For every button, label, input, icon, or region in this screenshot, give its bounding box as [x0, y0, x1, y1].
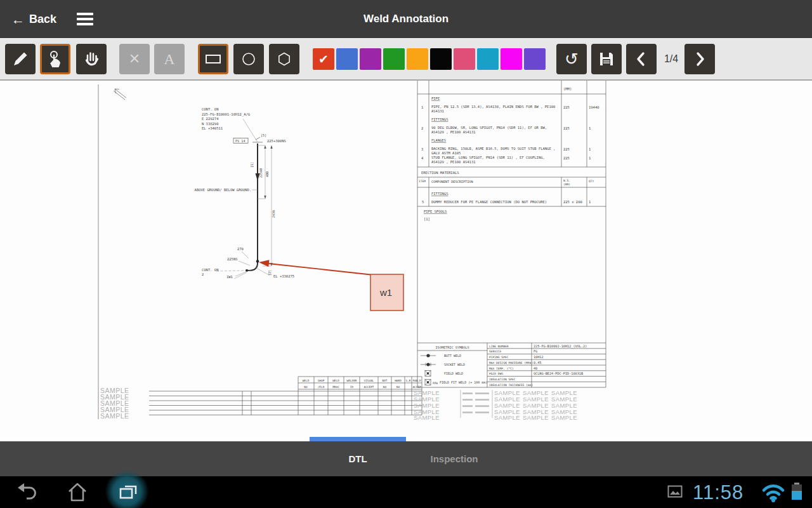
color-swatch-green[interactable]: [383, 48, 405, 70]
svg-text:1: 1: [589, 126, 591, 130]
svg-text:BACKING RING, 150LB, ASME B16.: BACKING RING, 150LB, ASME B16.5, DOMS TO…: [431, 147, 555, 150]
nav-back-icon: [14, 481, 39, 504]
delete-tool-button[interactable]: ✕: [119, 44, 150, 74]
svg-text:AS4129 , PE100 AS4131: AS4129 , PE100 AS4131: [431, 160, 476, 164]
svg-text:225+300NS: 225+300NS: [267, 139, 286, 143]
prev-page-button[interactable]: [626, 44, 657, 74]
svg-text:LINE NUMBER: LINE NUMBER: [489, 345, 509, 348]
svg-text:10H12: 10H12: [534, 355, 544, 359]
undo-button[interactable]: ↺: [556, 44, 587, 74]
color-swatch-blue[interactable]: [336, 48, 358, 70]
svg-text:225-FG-B10002-10H12_(VOL.2): 225-FG-B10002-10H12_(VOL.2): [534, 344, 587, 349]
svg-text:90 DEG ELBOW, SR, LONG SPIGOT,: 90 DEG ELBOW, SR, LONG SPIGOT, PN14 (SDR…: [431, 126, 547, 130]
svg-text:EL +330275: EL +330275: [273, 274, 294, 278]
draw-tool-button[interactable]: [5, 44, 36, 74]
pipe-top-fitting: FS 14 [5] 225+300NS: [233, 133, 286, 144]
back-arrow-icon: ←: [11, 13, 25, 26]
rectangle-shape-button[interactable]: [198, 44, 228, 74]
svg-text:(MM): (MM): [563, 87, 572, 91]
svg-text:225NS: 225NS: [227, 257, 238, 261]
tab-inspection[interactable]: Inspection: [406, 441, 502, 476]
circle-shape-button[interactable]: [233, 44, 264, 74]
svg-text:ERECTION MATERIALS: ERECTION MATERIALS: [421, 171, 459, 175]
svg-text:1: 1: [421, 105, 423, 109]
svg-text:225-FG-B10001-10H12_A/G: 225-FG-B10001-10H12_A/G: [202, 112, 250, 117]
color-swatch-red-selected[interactable]: ✔: [313, 48, 334, 70]
color-swatch-orange[interactable]: [407, 48, 428, 70]
svg-text:ACCEPT: ACCEPT: [364, 385, 374, 389]
back-label: Back: [29, 13, 56, 26]
select-tool-button[interactable]: [40, 44, 70, 74]
color-swatch-pink[interactable]: [454, 48, 475, 70]
svg-text:225: 225: [563, 156, 570, 160]
svg-text:40: 40: [534, 366, 537, 370]
tab-dtl[interactable]: DTL: [310, 441, 406, 476]
annotation-arrowhead: [259, 260, 270, 267]
next-page-button[interactable]: [684, 44, 715, 74]
wifi-indicator: [761, 483, 787, 505]
annotation-toolbar: ✕ A ✔ ↺: [0, 38, 812, 81]
svg-text:19440: 19440: [589, 105, 599, 109]
svg-text:FIELD FIT WELD (+ 100 mm): FIELD FIT WELD (+ 100 mm): [440, 380, 487, 384]
color-swatch-black[interactable]: [430, 48, 452, 70]
continuation-note-top: CONT. ON 225-FG-B10001-10H12_A/G E 22927…: [202, 107, 258, 142]
chevron-left-icon: [634, 51, 649, 67]
svg-text:1: 1: [589, 156, 591, 160]
ground-note: ABOVE GROUND/ BELOW GROUND.: [195, 188, 251, 192]
svg-text:22560: 22560: [259, 168, 263, 178]
undo-icon: ↺: [565, 51, 579, 67]
sample-watermarks: SAMPLE SAMPLE SAMPLE SAMPLE SAMPLE SAMPL…: [100, 387, 577, 421]
svg-text:EL +340511: EL +340511: [202, 126, 223, 130]
svg-text:225: 225: [563, 126, 570, 130]
nav-recents-button[interactable]: [115, 481, 141, 504]
color-swatch-purple[interactable]: [360, 48, 381, 70]
active-tab-indicator: [310, 437, 406, 441]
svg-text:(MM): (MM): [563, 183, 570, 186]
svg-text:ACCEP: ACCEP: [412, 385, 421, 389]
drawing-canvas[interactable]: CONT. ON 225-FG-B10001-10H12_A/G E 22927…: [0, 81, 812, 437]
line-info-table: LINE NUMBER 225-FG-B10002-10H12_(VOL.2) …: [487, 344, 606, 387]
svg-text:5: 5: [422, 200, 424, 204]
android-nav-bar: 11:58: [0, 476, 812, 508]
svg-text:SERVICE: SERVICE: [489, 350, 502, 353]
svg-text:NDT: NDT: [383, 379, 388, 382]
svg-text:[5]: [5]: [261, 133, 266, 137]
nav-back-button[interactable]: [14, 481, 39, 504]
svg-text:FITTINGS: FITTINGS: [431, 192, 449, 196]
polygon-shape-button[interactable]: [269, 44, 299, 74]
color-swatch-teal[interactable]: [477, 48, 499, 70]
color-swatch-magenta[interactable]: [501, 48, 522, 70]
svg-text:1W1: 1W1: [226, 275, 233, 279]
save-button[interactable]: [591, 44, 622, 74]
svg-text:SAMPLE: SAMPLE: [523, 414, 549, 421]
nav-home-icon: [65, 481, 90, 504]
back-button[interactable]: ← Back: [11, 13, 56, 26]
svg-text:INSULATION THICKNESS (mm): INSULATION THICKNESS (mm): [489, 384, 533, 387]
pencil-icon: [11, 50, 30, 69]
svg-text:QCLNG-BE24-PDC-PID-10031B: QCLNG-BE24-PDC-PID-10031B: [534, 371, 583, 375]
svg-text:3: 3: [421, 147, 423, 151]
clock: 11:58: [693, 481, 743, 504]
svg-text:N.S.: N.S.: [563, 179, 570, 182]
svg-text:SAMPLE: SAMPLE: [494, 414, 520, 421]
svg-text:E 229274: E 229274: [202, 117, 219, 121]
svg-text:NO: NO: [304, 385, 308, 389]
screenshot-notification-icon[interactable]: [667, 485, 693, 508]
app-screen: ← Back Weld Annotation ✕: [0, 0, 812, 508]
pan-tool-button[interactable]: [76, 44, 107, 74]
color-swatch-violet[interactable]: [524, 48, 546, 70]
svg-text:0.45: 0.45: [534, 361, 542, 364]
menu-icon[interactable]: [73, 9, 97, 29]
nav-home-button[interactable]: [65, 481, 90, 504]
svg-text:/FLD: /FLD: [318, 385, 325, 389]
weld-annotation-w1[interactable]: w1: [259, 260, 403, 311]
wifi-icon: [761, 483, 785, 503]
svg-text:COMPONENT DESCRIPTION: COMPONENT DESCRIPTION: [431, 180, 473, 184]
material-table: (MM) PIPE 1 PIPE, PN 12.5 (SDR 13.4), AS…: [417, 81, 606, 387]
annotation-arrow-line: [268, 264, 370, 275]
svg-text:S.R: S.R: [406, 379, 411, 382]
text-a-icon: A: [164, 51, 174, 68]
text-tool-button[interactable]: A: [154, 44, 185, 74]
svg-text:PIPING SPEC: PIPING SPEC: [489, 356, 509, 359]
north-arrow-icon: [114, 89, 126, 100]
